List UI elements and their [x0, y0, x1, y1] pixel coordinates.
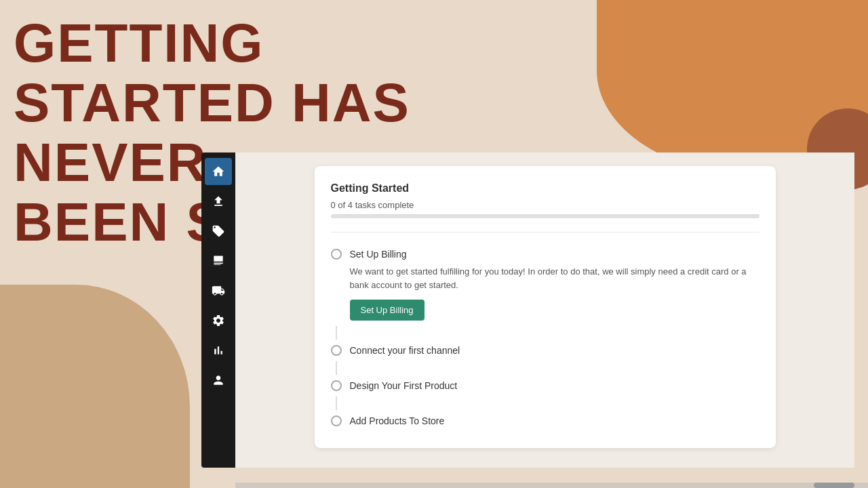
- task-title-billing: Set Up Billing: [350, 249, 407, 260]
- task-header-billing[interactable]: Set Up Billing: [331, 243, 760, 265]
- progress-section: 0 of 4 tasks complete: [331, 200, 760, 218]
- task-item-product: Design Your First Product: [331, 375, 760, 396]
- analytics-icon: [212, 344, 225, 357]
- connector-2: [336, 361, 337, 375]
- task-circle-billing: [331, 249, 342, 260]
- bottom-scrollbar[interactable]: [235, 483, 868, 488]
- task-title-store: Add Products To Store: [350, 415, 445, 426]
- sidebar-item-home[interactable]: [205, 158, 232, 185]
- task-item-billing: Set Up Billing We want to get started fu…: [331, 243, 760, 326]
- task-header-channel[interactable]: Connect your first channel: [331, 340, 760, 361]
- settings-icon: [212, 314, 225, 327]
- progress-text: 0 of 4 tasks complete: [331, 200, 760, 210]
- task-circle-store: [331, 415, 342, 426]
- sidebar-item-settings[interactable]: [205, 307, 232, 334]
- sidebar-item-upload[interactable]: [205, 188, 232, 215]
- bg-decoration-bottom-left: [0, 285, 190, 488]
- task-expanded-billing: We want to get started fulfilling for yo…: [331, 265, 760, 326]
- tags-icon: [212, 224, 225, 238]
- task-item-channel: Connect your first channel: [331, 340, 760, 361]
- task-title-product: Design Your First Product: [350, 380, 458, 391]
- sidebar: [201, 152, 235, 468]
- progress-bar-container: [331, 214, 760, 218]
- sidebar-item-tags[interactable]: [205, 218, 232, 245]
- task-circle-channel: [331, 345, 342, 356]
- sidebar-item-contacts[interactable]: [205, 367, 232, 394]
- task-header-product[interactable]: Design Your First Product: [331, 375, 760, 396]
- task-header-store[interactable]: Add Products To Store: [331, 410, 760, 432]
- card-divider: [331, 232, 760, 232]
- contacts-icon: [212, 373, 225, 387]
- delivery-icon: [212, 284, 225, 298]
- task-list: Set Up Billing We want to get started fu…: [331, 243, 760, 432]
- screen-icon: [212, 254, 225, 268]
- main-content: Getting Started 0 of 4 tasks complete Se…: [235, 152, 854, 468]
- task-description-billing: We want to get started fulfilling for yo…: [350, 265, 760, 291]
- upload-icon: [212, 195, 225, 208]
- scrollbar-thumb[interactable]: [814, 483, 854, 488]
- connector-1: [336, 326, 337, 340]
- task-item-store: Add Products To Store: [331, 410, 760, 432]
- getting-started-card: Getting Started 0 of 4 tasks complete Se…: [315, 166, 776, 448]
- sidebar-item-screen[interactable]: [205, 247, 232, 274]
- card-title: Getting Started: [331, 182, 760, 195]
- task-title-channel: Connect your first channel: [350, 345, 460, 356]
- setup-billing-button[interactable]: Set Up Billing: [350, 300, 425, 321]
- task-circle-product: [331, 380, 342, 391]
- home-icon: [212, 165, 225, 178]
- sidebar-item-analytics[interactable]: [205, 337, 232, 364]
- connector-3: [336, 396, 337, 410]
- sidebar-item-delivery[interactable]: [205, 277, 232, 304]
